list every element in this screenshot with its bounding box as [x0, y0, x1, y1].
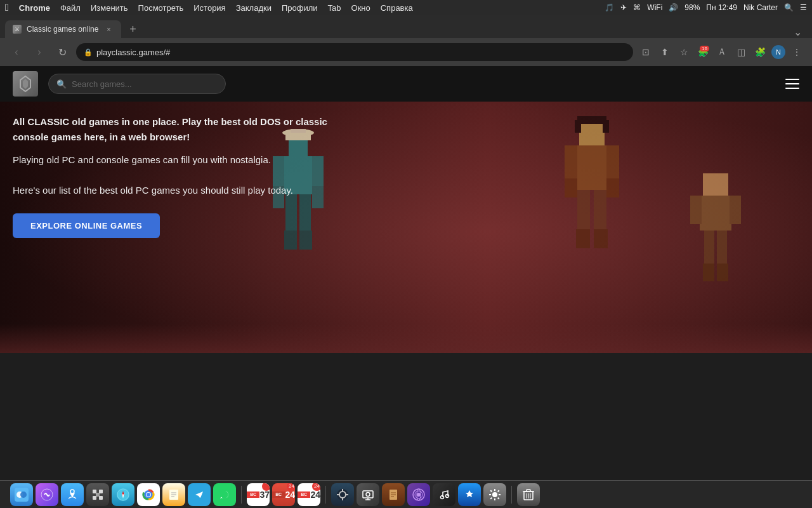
search-box[interactable]: 🔍 Search games...	[48, 74, 226, 94]
menu-edit[interactable]: Изменить	[91, 3, 128, 13]
site-logo[interactable]	[13, 71, 38, 97]
dock-siri[interactable]	[36, 483, 58, 506]
svg-rect-22	[577, 190, 590, 231]
siri-icon	[41, 488, 53, 501]
hero-text-list: Here's our list of the best old PC games…	[13, 183, 330, 198]
explore-button[interactable]: EXPLORE ONLINE GAMES	[13, 213, 160, 238]
dock-screenium[interactable]	[357, 483, 379, 506]
screenium-icon	[362, 488, 374, 501]
dock-trash[interactable]	[517, 483, 540, 506]
launchpad-icon	[91, 488, 104, 501]
svg-rect-28	[603, 120, 609, 133]
dock-music[interactable]	[433, 483, 455, 506]
menu-history[interactable]: История	[193, 3, 225, 13]
tor-icon	[412, 488, 425, 501]
menu-window[interactable]: Окно	[351, 3, 370, 13]
svg-point-124	[446, 494, 449, 497]
dock-finder[interactable]	[10, 483, 33, 506]
new-tab-button[interactable]: +	[124, 20, 141, 38]
tab-expand-button[interactable]: ⌄	[789, 26, 807, 38]
dock-tor[interactable]	[407, 483, 430, 506]
hero-content: All CLASSIC old games in one place. Play…	[13, 114, 330, 238]
dock-notes[interactable]	[162, 483, 185, 506]
menu-profiles[interactable]: Профили	[282, 3, 318, 13]
refresh-button[interactable]: ↻	[53, 43, 71, 61]
menu-help[interactable]: Справка	[381, 3, 413, 13]
menu-chrome[interactable]: Chrome	[19, 3, 50, 13]
hamburger-menu[interactable]	[785, 79, 799, 89]
dock-whatsapp[interactable]	[213, 483, 236, 506]
tab-title: Classic games online	[27, 25, 98, 34]
svg-rect-32	[730, 196, 741, 224]
bookmark-icon[interactable]: ☆	[676, 44, 691, 60]
extensions-badge: 16	[700, 46, 709, 51]
fantastical-badge: 24	[287, 483, 295, 491]
profile-icon[interactable]: N	[771, 45, 785, 59]
music-icon	[438, 488, 450, 501]
menubar-battery: 98%	[684, 3, 700, 12]
dock-sysprefs[interactable]	[483, 483, 506, 506]
svg-rect-34	[717, 231, 727, 265]
extensions-icon[interactable]: 🧩 16	[695, 44, 710, 60]
dock-steam[interactable]	[331, 483, 354, 506]
sidebar-icon[interactable]: ◫	[733, 44, 749, 60]
dock-launchpad[interactable]	[86, 483, 109, 506]
svg-point-114	[366, 492, 370, 496]
hamburger-line-1	[785, 79, 799, 80]
svg-point-86	[70, 490, 74, 493]
svg-marker-1	[23, 79, 28, 89]
menubar-list-icon[interactable]: ☰	[800, 3, 807, 12]
svg-rect-18	[565, 145, 577, 180]
menubar-telegram-icon: ✈	[620, 3, 627, 12]
share-icon[interactable]: ⬆	[657, 44, 672, 60]
dock-chrome[interactable]	[137, 483, 160, 506]
svg-point-104	[219, 489, 230, 500]
menubar-user: Nik Carter	[743, 3, 778, 12]
menu-view[interactable]: Посмотреть	[138, 3, 184, 13]
dock-fantastical[interactable]: ВС 24 24	[272, 483, 295, 506]
dock-safari[interactable]	[112, 483, 134, 506]
apple-menu[interactable]: 	[5, 2, 9, 13]
extensions-puzzle-icon[interactable]: 🧩	[752, 44, 768, 60]
svg-rect-24	[576, 229, 590, 248]
tab-close-button[interactable]: ×	[103, 24, 114, 34]
menubar-time: Пн 12:49	[706, 3, 737, 12]
svg-rect-90	[99, 496, 103, 500]
svg-rect-17	[576, 145, 608, 190]
calendar-header-2: ВС	[298, 491, 310, 498]
address-bar: ‹ › ↻ 🔒 playclassic.games/# ⊡ ⬆ ☆ 🧩 16 Ａ…	[0, 38, 812, 66]
menu-bookmarks[interactable]: Закладки	[236, 3, 272, 13]
dock-marked[interactable]	[382, 483, 405, 506]
website-content: 🔍 Search games...	[0, 66, 812, 353]
dock-appstore[interactable]	[458, 483, 481, 506]
calendar-1-badge	[262, 483, 270, 491]
svg-rect-88	[99, 490, 103, 493]
menubar-sound: 🔊	[669, 3, 678, 12]
menu-dots-icon[interactable]: ⋮	[789, 44, 804, 60]
back-button[interactable]: ‹	[8, 43, 25, 61]
appstore-icon	[463, 488, 476, 501]
dock-calendar-2[interactable]: ВС 24 24	[298, 483, 320, 506]
svg-rect-36	[717, 264, 728, 281]
menu-tab[interactable]: Tab	[328, 3, 341, 13]
search-icon: 🔍	[56, 79, 67, 89]
dock-separator-3	[511, 486, 512, 504]
menubar-right: 🎵 ✈ ⌘ WiFi 🔊 98% Пн 12:49 Nik Carter 🔍 ☰	[605, 3, 807, 12]
svg-rect-35	[703, 264, 714, 281]
translate-icon[interactable]: ⊡	[638, 44, 653, 60]
active-tab[interactable]: ⚔ Classic games online ×	[5, 20, 121, 38]
calendar-2-badge: 24	[312, 483, 320, 491]
macos-menubar:  Chrome Файл Изменить Посмотреть Истори…	[0, 0, 812, 15]
url-bar[interactable]: 🔒 playclassic.games/#	[76, 43, 633, 61]
search-placeholder: Search games...	[72, 79, 132, 89]
dock-telegram[interactable]	[188, 483, 211, 506]
safari-icon	[116, 488, 130, 502]
forward-button[interactable]: ›	[30, 43, 48, 61]
reader-icon[interactable]: Ａ	[714, 44, 730, 60]
menu-file[interactable]: Файл	[60, 3, 81, 13]
menubar-search-icon[interactable]: 🔍	[784, 3, 794, 12]
svg-rect-89	[93, 496, 96, 500]
dock-calendar-1[interactable]: ВС 37	[247, 483, 270, 506]
telegram-icon	[193, 488, 206, 501]
dock-airdrop[interactable]	[61, 483, 84, 506]
